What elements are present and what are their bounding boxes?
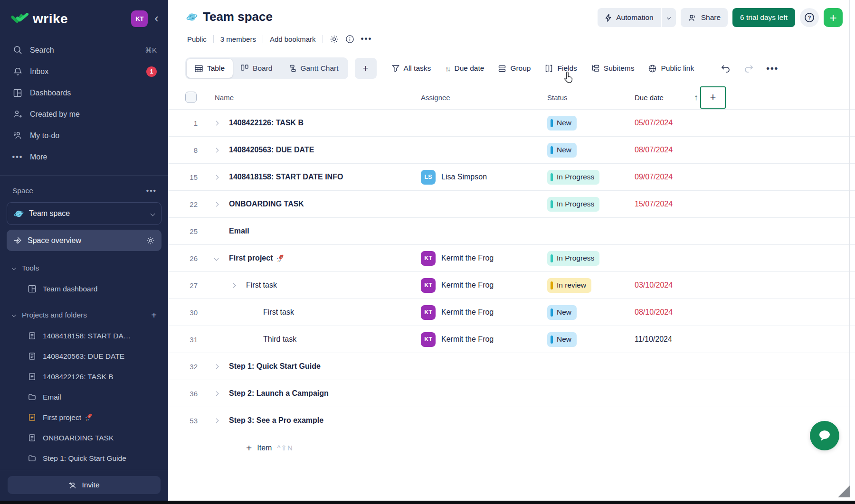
row-expand-chevron[interactable] — [215, 365, 229, 368]
row-expand-chevron[interactable] — [215, 203, 229, 206]
table-row[interactable]: 30 First task KT Kermit the Frog New 08/… — [168, 299, 855, 326]
table-row[interactable]: 25 Email — [168, 218, 855, 245]
column-status[interactable]: Status — [543, 93, 629, 102]
sidebar-item-my-todo[interactable]: My to-do — [0, 125, 168, 146]
task-name[interactable]: First task — [246, 281, 277, 289]
due-date[interactable]: 08/10/2024 — [635, 308, 673, 316]
toolbar-more-icon[interactable]: ••• — [766, 63, 779, 74]
tools-section-header[interactable]: Tools — [0, 258, 168, 279]
table-row[interactable]: 8 1408420563: DUE DATE New 08/07/2024 — [168, 137, 855, 164]
sidebar-project-item[interactable]: Email — [0, 387, 168, 407]
row-expand-chevron[interactable] — [215, 257, 229, 260]
due-date[interactable]: 05/07/2024 — [635, 119, 673, 127]
fields-button[interactable]: Fields — [545, 64, 577, 73]
user-avatar[interactable]: KT — [131, 10, 148, 27]
table-row[interactable]: 36 Step 2: Launch a Campaign — [168, 380, 855, 407]
table-row[interactable]: 1 1408422126: TASK B New 05/07/2024 — [168, 110, 855, 137]
trial-days-button[interactable]: 6 trial days left — [732, 8, 795, 27]
row-expand-chevron[interactable] — [232, 284, 246, 287]
invite-button[interactable]: Invite — [8, 476, 161, 494]
sidebar-item-dashboards[interactable]: Dashboards — [0, 82, 168, 103]
create-new-button[interactable]: + — [824, 8, 843, 27]
space-selector[interactable]: Team space — [7, 202, 162, 225]
task-name[interactable]: 1408420563: DUE DATE — [229, 146, 314, 154]
status-badge[interactable]: New — [547, 143, 577, 158]
table-row[interactable]: 31 Third task KT Kermit the Frog New 11/… — [168, 326, 855, 353]
row-expand-chevron[interactable] — [215, 176, 229, 179]
task-name[interactable]: Step 2: Launch a Campaign — [229, 389, 329, 398]
status-badge[interactable]: In Progress — [547, 251, 599, 266]
task-name[interactable]: 1408418158: START DATE INFO — [229, 173, 343, 181]
due-date[interactable]: 15/07/2024 — [635, 200, 673, 208]
tab-gantt-chart[interactable]: Gantt Chart — [280, 59, 346, 78]
members-link[interactable]: 3 members — [220, 35, 256, 43]
table-row[interactable]: 26 First project KT Kermit the Frog In P… — [168, 245, 855, 272]
row-expand-chevron[interactable] — [215, 230, 229, 233]
assignee-avatar[interactable]: LS — [421, 170, 436, 185]
sidebar-item-more[interactable]: ••• More — [0, 146, 168, 168]
space-options-icon[interactable]: ••• — [146, 187, 157, 195]
add-column-button[interactable]: + — [700, 86, 726, 109]
sidebar-item-search[interactable]: Search ⌘K — [0, 39, 168, 61]
due-date[interactable]: 08/07/2024 — [635, 146, 673, 154]
row-expand-chevron[interactable] — [249, 338, 263, 341]
gear-icon[interactable] — [330, 35, 339, 44]
column-assignee[interactable]: Assignee — [415, 93, 543, 102]
more-options-icon[interactable]: ••• — [361, 34, 372, 44]
projects-section-header[interactable]: Projects and folders + — [0, 305, 168, 326]
status-badge[interactable]: New — [547, 116, 577, 131]
info-icon[interactable] — [345, 35, 354, 44]
table-row[interactable]: 22 ONBOARDING TASK In Progress 15/07/202… — [168, 191, 855, 218]
wrike-logo[interactable]: wrike — [11, 11, 68, 27]
table-row[interactable]: 53 Step 3: See a Pro example — [168, 407, 855, 434]
sidebar-item-space-overview[interactable]: Space overview — [7, 230, 162, 251]
automation-dropdown-button[interactable] — [662, 8, 676, 27]
tab-board[interactable]: Board — [233, 59, 280, 78]
task-name[interactable]: Third task — [263, 335, 296, 344]
status-badge[interactable]: In Progress — [547, 197, 599, 212]
table-row[interactable]: 27 First task KT Kermit the Frog In revi… — [168, 272, 855, 299]
assignee-avatar[interactable]: KT — [421, 305, 436, 320]
subitems-button[interactable]: Subitems — [591, 64, 635, 73]
sidebar-item-team-dashboard[interactable]: Team dashboard — [0, 279, 168, 299]
chat-bubble-button[interactable] — [810, 421, 839, 450]
redo-icon[interactable] — [743, 64, 754, 73]
table-row[interactable]: 32 Step 1: Quick Start Guide — [168, 353, 855, 380]
due-date[interactable]: 09/07/2024 — [635, 173, 673, 181]
sidebar-project-item[interactable]: 1408422126: TASK B — [0, 366, 168, 387]
undo-icon[interactable] — [721, 64, 731, 73]
window-resize-handle[interactable] — [838, 485, 850, 497]
sidebar-project-item[interactable]: 1408418158: START DA… — [0, 326, 168, 346]
status-badge[interactable]: In Progress — [547, 170, 599, 185]
status-badge[interactable]: New — [547, 332, 577, 347]
add-project-icon[interactable]: + — [151, 310, 157, 321]
table-row[interactable]: 15 1408418158: START DATE INFO LS Lisa S… — [168, 164, 855, 191]
row-expand-chevron[interactable] — [215, 149, 229, 152]
select-all-checkbox[interactable] — [185, 92, 197, 103]
column-due-date[interactable]: Due date — [635, 93, 664, 102]
group-button[interactable]: Group — [498, 64, 531, 73]
sidebar-item-created-by-me[interactable]: Created by me — [0, 103, 168, 125]
assignee-avatar[interactable]: KT — [421, 251, 436, 266]
sidebar-collapse-icon[interactable]: ‹ — [154, 12, 159, 26]
row-expand-chevron[interactable] — [249, 311, 263, 314]
due-date[interactable]: 03/10/2024 — [635, 281, 673, 289]
task-name[interactable]: Email — [229, 227, 249, 235]
status-badge[interactable]: In review — [547, 278, 591, 293]
task-name[interactable]: 1408422126: TASK B — [229, 119, 304, 127]
task-name[interactable]: Step 1: Quick Start Guide — [229, 362, 321, 371]
task-name[interactable]: ONBOARDING TASK — [229, 200, 304, 208]
status-badge[interactable]: New — [547, 305, 577, 320]
row-expand-chevron[interactable] — [215, 392, 229, 395]
tab-table[interactable]: Table — [187, 59, 233, 78]
task-name[interactable]: First project — [229, 254, 273, 262]
sidebar-project-item[interactable]: 1408420563: DUE DATE — [0, 346, 168, 366]
sort-button[interactable]: ↑↓ Due date — [445, 64, 484, 73]
sidebar-project-item[interactable]: ONBOARDING TASK — [0, 428, 168, 448]
row-expand-chevron[interactable] — [215, 419, 229, 422]
assignee-avatar[interactable]: KT — [421, 332, 436, 347]
share-button[interactable]: Share — [681, 8, 728, 27]
assignee-avatar[interactable]: KT — [421, 278, 436, 293]
public-link-button[interactable]: Public link — [648, 64, 694, 73]
task-name[interactable]: Step 3: See a Pro example — [229, 416, 323, 425]
